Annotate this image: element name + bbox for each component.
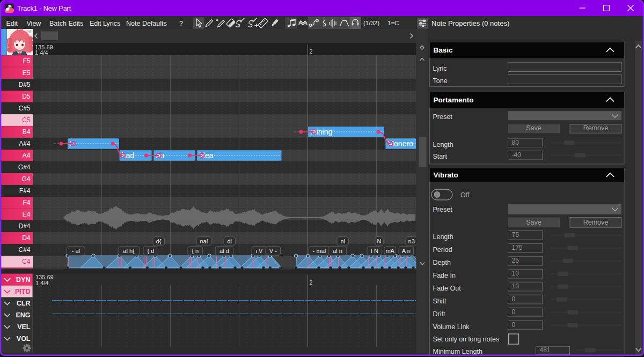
svg-text:I N: I N [371, 248, 378, 254]
svg-text:2: 2 [310, 279, 313, 286]
svg-text:V -: V - [269, 248, 277, 254]
svg-text:F5: F5 [23, 57, 30, 65]
svg-text:Basic: Basic [434, 46, 453, 54]
svg-text:Track1 - New Part: Track1 - New Part [17, 5, 71, 12]
svg-text:Preset: Preset [433, 206, 453, 213]
svg-text:F#4: F#4 [19, 187, 31, 195]
svg-text:B4: B4 [23, 128, 31, 136]
svg-text:©線: ©線 [26, 30, 32, 33]
svg-text:Batch Edits: Batch Edits [49, 20, 83, 27]
svg-text:E5: E5 [23, 69, 31, 77]
svg-text:Remove: Remove [583, 219, 609, 226]
svg-text:C5: C5 [22, 116, 31, 124]
svg-text:Note Defaults: Note Defaults [126, 20, 167, 27]
svg-text:Minimum Length: Minimum Length [433, 348, 482, 355]
svg-text:D#5: D#5 [18, 81, 30, 88]
svg-text:481: 481 [540, 346, 551, 354]
svg-text:Tone: Tone [433, 77, 448, 85]
svg-text:- al: - al [72, 248, 80, 254]
svg-text:Fade In: Fade In [433, 272, 456, 279]
svg-text:Length: Length [433, 141, 453, 148]
svg-text:al h{: al h{ [123, 248, 135, 254]
svg-text:N: N [377, 238, 382, 244]
svg-text:?: ? [179, 20, 183, 27]
svg-text:ENG: ENG [16, 311, 30, 319]
svg-text:Volume Link: Volume Link [433, 323, 470, 331]
svg-text:al d: al d [219, 248, 229, 254]
svg-text:175: 175 [512, 244, 523, 251]
svg-text:1 4/4: 1 4/4 [35, 49, 48, 56]
svg-text:DYN: DYN [16, 276, 30, 284]
svg-text:mA: mA [385, 248, 394, 254]
svg-text:Note Properties (0 notes): Note Properties (0 notes) [431, 19, 509, 27]
svg-text:Fade Out: Fade Out [433, 285, 462, 292]
svg-text:VOL: VOL [17, 335, 31, 343]
svg-text:CLR: CLR [17, 300, 31, 307]
svg-text:2: 2 [310, 48, 313, 55]
svg-text:D5: D5 [22, 93, 31, 100]
svg-text:10: 10 [512, 270, 519, 277]
svg-text:80: 80 [512, 139, 519, 146]
svg-text:D#4: D#4 [18, 222, 30, 230]
svg-text:Save: Save [526, 219, 541, 226]
svg-text:PITD: PITD [15, 288, 30, 295]
svg-text:Remove: Remove [583, 124, 609, 132]
svg-text:i V: i V [255, 248, 263, 254]
svg-text:n3: n3 [408, 238, 415, 244]
svg-text:F4: F4 [23, 199, 30, 206]
svg-text:(1/32): (1/32) [363, 20, 379, 26]
svg-text:nal: nal [200, 238, 208, 244]
svg-text:Lyric: Lyric [433, 65, 447, 72]
svg-text:C#5: C#5 [18, 105, 30, 112]
svg-text:D4: D4 [22, 234, 31, 242]
svg-text:Vibrato: Vibrato [434, 171, 458, 179]
svg-text:1 4/4: 1 4/4 [35, 280, 48, 286]
svg-text:A#4: A#4 [19, 140, 31, 147]
svg-text:{ d: { d [147, 248, 154, 254]
svg-text:Start: Start [433, 153, 448, 160]
svg-text:25: 25 [512, 257, 519, 264]
svg-text:E4: E4 [23, 211, 31, 218]
svg-text:d{: d{ [156, 238, 162, 244]
svg-text:0: 0 [512, 295, 516, 303]
svg-text:Edit Lyrics: Edit Lyrics [90, 20, 120, 27]
svg-text:C4: C4 [22, 258, 31, 265]
svg-text:Portamento: Portamento [434, 96, 474, 104]
svg-text:C#4: C#4 [18, 246, 30, 254]
svg-text:Preset: Preset [433, 113, 453, 121]
svg-text:Period: Period [433, 246, 452, 254]
svg-text:Drift: Drift [433, 310, 445, 318]
svg-text:G4: G4 [21, 175, 30, 183]
svg-text:- mal: - mal [313, 248, 326, 254]
svg-text:10: 10 [512, 282, 519, 290]
svg-text:Set only on long notes: Set only on long notes [433, 336, 500, 343]
svg-text:al n: al n [333, 248, 342, 254]
svg-text:Depth: Depth [433, 259, 451, 266]
svg-text:Save: Save [526, 124, 541, 132]
svg-text:nl: nl [340, 238, 345, 244]
svg-text:A4: A4 [23, 152, 31, 159]
svg-text:di: di [227, 238, 232, 244]
svg-text:-40: -40 [512, 151, 522, 159]
svg-text:Off: Off [460, 191, 470, 199]
svg-text:1=C: 1=C [387, 20, 399, 26]
svg-text:G#4: G#4 [18, 163, 31, 171]
svg-text:{ n: { n [192, 248, 199, 254]
svg-text:75: 75 [512, 231, 519, 239]
svg-text:0: 0 [512, 321, 516, 329]
svg-text:Shift: Shift [433, 298, 447, 305]
svg-text:View: View [27, 20, 42, 27]
svg-text:0: 0 [512, 308, 516, 316]
svg-text:A n: A n [402, 248, 411, 254]
svg-text:Edit: Edit [6, 20, 18, 27]
svg-text:VEL: VEL [17, 323, 31, 331]
svg-text:Length: Length [433, 233, 453, 241]
